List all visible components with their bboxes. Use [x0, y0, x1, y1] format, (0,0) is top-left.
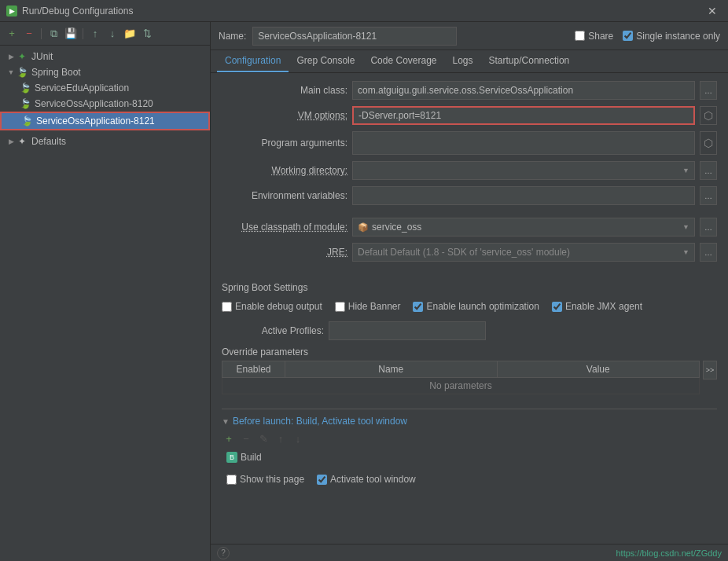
tab-logs[interactable]: Logs: [445, 50, 481, 72]
working-dir-row: Working directory: ▼ …: [222, 161, 717, 180]
hide-banner-checkbox[interactable]: [335, 302, 345, 312]
working-dir-label: Working directory:: [222, 165, 347, 176]
bl-remove-button[interactable]: −: [239, 431, 253, 446]
sidebar-item-junit[interactable]: ▶ ✦ JUnit: [0, 49, 210, 64]
expand-arrow-junit: ▶: [6, 52, 16, 61]
close-button[interactable]: ✕: [703, 3, 722, 19]
build-icon: B: [226, 452, 237, 463]
serviceoss8121-label: ServiceOssApplication-8121: [36, 116, 155, 126]
bl-down-button[interactable]: ↓: [291, 431, 305, 446]
main-class-browse-button[interactable]: …: [700, 81, 717, 100]
move-up-button[interactable]: ↑: [88, 27, 102, 41]
build-label: Build: [241, 452, 262, 463]
sidebar: + − ⧉ 💾 ↑ ↓ 📁 ⇅ ▶ ✦ JUnit ▼ 🍃 Spring Boo…: [0, 22, 211, 561]
hide-banner-text: Hide Banner: [348, 301, 401, 312]
env-vars-browse-button[interactable]: …: [700, 186, 717, 205]
enable-debug-text: Enable debug output: [235, 301, 322, 312]
classpath-dropdown[interactable]: 📦 service_oss ▼: [352, 218, 695, 236]
sort-button[interactable]: ⇅: [140, 27, 154, 41]
show-page-label[interactable]: Show this page: [226, 474, 304, 485]
col-name: Name: [285, 361, 498, 378]
classpath-label: Use classpath of module:: [222, 222, 347, 233]
program-args-label: Program arguments:: [222, 138, 347, 148]
expand-arrow-springboot: ▼: [6, 68, 16, 77]
working-dir-dropdown[interactable]: ▼: [352, 161, 695, 180]
working-dir-arrow: ▼: [682, 167, 689, 174]
main-class-input[interactable]: [352, 81, 695, 100]
sidebar-item-serviceoss8120[interactable]: 🍃 ServiceOssApplication-8120: [0, 96, 210, 112]
sidebar-tree: ▶ ✦ JUnit ▼ 🍃 Spring Boot 🍃 ServiceEduAp…: [0, 46, 210, 561]
params-scroll-button[interactable]: >>: [703, 361, 717, 380]
jre-browse-button[interactable]: …: [700, 243, 717, 262]
jre-dropdown[interactable]: Default Default (1.8 - SDK of 'service_o…: [352, 243, 695, 262]
main-class-row: Main class: …: [222, 81, 717, 100]
enable-debug-label[interactable]: Enable debug output: [222, 301, 322, 312]
hide-banner-label[interactable]: Hide Banner: [335, 301, 401, 312]
defaults-label: Defaults: [31, 136, 66, 147]
tab-grepconsole[interactable]: Grep Console: [289, 50, 362, 72]
serviceedu-label: ServiceEduApplication: [35, 82, 129, 94]
jre-row: JRE: Default Default (1.8 - SDK of 'serv…: [222, 243, 717, 262]
bl-edit-button[interactable]: ✎: [256, 431, 270, 446]
bl-up-button[interactable]: ↑: [274, 431, 288, 446]
show-page-checkbox[interactable]: [226, 475, 237, 485]
springboot-label: Spring Boot: [31, 67, 81, 78]
sidebar-item-defaults[interactable]: ▶ ✦ Defaults: [0, 134, 210, 149]
classpath-browse-button[interactable]: …: [700, 218, 717, 236]
share-checkbox-label[interactable]: Share: [575, 31, 613, 42]
before-launch-arrow[interactable]: ▼: [222, 417, 230, 426]
springboot-settings-title: Spring Boot Settings: [222, 282, 717, 293]
enable-launch-label[interactable]: Enable launch optimization: [413, 301, 539, 312]
config-header: Name: Share Single instance only: [211, 22, 728, 50]
folder-button[interactable]: 📁: [123, 27, 137, 41]
help-button[interactable]: ?: [217, 547, 230, 559]
remove-config-button[interactable]: −: [22, 27, 36, 41]
config-name-input[interactable]: [252, 27, 457, 46]
toolbar-separator: [41, 28, 42, 39]
vm-options-input[interactable]: [352, 106, 695, 125]
activate-tool-checkbox[interactable]: [317, 475, 327, 485]
save-config-button[interactable]: 💾: [64, 27, 78, 41]
sidebar-item-serviceoss8121[interactable]: 🍃 ServiceOssApplication-8121: [0, 112, 210, 130]
program-args-input[interactable]: [352, 131, 695, 155]
jre-arrow: ▼: [682, 248, 689, 256]
working-dir-browse-button[interactable]: …: [700, 161, 717, 180]
sidebar-toolbar: + − ⧉ 💾 ↑ ↓ 📁 ⇅: [0, 22, 210, 46]
enable-jmx-text: Enable JMX agent: [565, 301, 642, 312]
single-instance-label[interactable]: Single instance only: [623, 31, 720, 42]
table-row: No parameters: [222, 378, 700, 394]
col-enabled: Enabled: [222, 361, 285, 378]
main-class-label: Main class:: [222, 85, 347, 96]
sidebar-item-springboot[interactable]: ▼ 🍃 Spring Boot: [0, 64, 210, 80]
springboot-settings-row: Enable debug output Hide Banner Enable l…: [222, 298, 717, 315]
enable-jmx-label[interactable]: Enable JMX agent: [552, 301, 642, 312]
title-text: Run/Debug Configurations: [22, 6, 133, 16]
tab-startup[interactable]: Startup/Connection: [481, 50, 578, 72]
single-instance-text: Single instance only: [636, 31, 720, 42]
springboot-settings: Spring Boot Settings Enable debug output…: [222, 282, 717, 315]
enable-debug-checkbox[interactable]: [222, 302, 232, 312]
program-args-row: Program arguments: ⬡: [222, 131, 717, 155]
env-vars-input[interactable]: [352, 186, 695, 205]
program-args-expand-button[interactable]: ⬡: [700, 131, 717, 155]
enable-launch-text: Enable launch optimization: [426, 301, 539, 312]
single-instance-checkbox[interactable]: [623, 31, 633, 41]
tab-codecoverage[interactable]: Code Coverage: [362, 50, 444, 72]
copy-config-button[interactable]: ⧉: [46, 27, 61, 41]
title-bar-left: ▶ Run/Debug Configurations: [6, 6, 133, 16]
run-debug-icon: ▶: [6, 6, 17, 16]
sidebar-item-serviceedu[interactable]: 🍃 ServiceEduApplication: [0, 80, 210, 96]
col-value: Value: [497, 361, 699, 378]
serviceedu-icon: 🍃: [19, 82, 31, 94]
enable-jmx-checkbox[interactable]: [552, 302, 562, 312]
share-checkbox[interactable]: [575, 31, 585, 41]
bl-add-button[interactable]: +: [222, 431, 236, 446]
active-profiles-input[interactable]: [329, 321, 486, 340]
vm-options-expand-button[interactable]: ⬡: [700, 106, 717, 125]
move-down-button[interactable]: ↓: [105, 27, 119, 41]
env-vars-row: Environment variables: …: [222, 186, 717, 205]
enable-launch-checkbox[interactable]: [413, 302, 423, 312]
add-config-button[interactable]: +: [5, 27, 19, 41]
activate-tool-label[interactable]: Activate tool window: [317, 474, 416, 485]
tab-configuration[interactable]: Configuration: [217, 50, 289, 72]
